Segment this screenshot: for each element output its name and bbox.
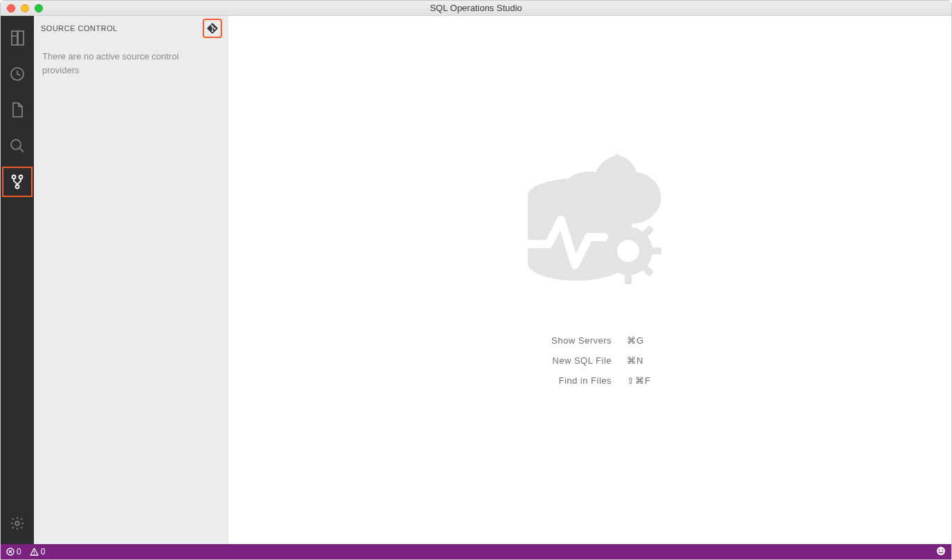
status-errors-count: 0: [17, 547, 21, 557]
svg-point-29: [942, 549, 943, 550]
svg-point-7: [12, 176, 16, 179]
cmd-shortcut: ⇧⌘F: [627, 375, 651, 386]
svg-rect-17: [652, 248, 661, 254]
editor-area: Show Servers ⌘G New SQL File ⌘N Find in …: [228, 16, 951, 544]
status-feedback[interactable]: [936, 546, 946, 558]
cmd-label: Find in Files: [529, 375, 612, 386]
app-splash-icon: [500, 127, 680, 306]
welcome-cmd-show-servers: Show Servers ⌘G: [529, 335, 651, 346]
close-window-button[interactable]: [7, 4, 15, 12]
warning-icon: [30, 548, 39, 556]
minimize-window-button[interactable]: [21, 4, 29, 12]
cmd-shortcut: ⌘N: [627, 355, 643, 366]
status-warnings-count: 0: [41, 547, 46, 557]
svg-rect-14: [625, 218, 632, 227]
cmd-label: New SQL File: [529, 355, 612, 366]
welcome-splash: Show Servers ⌘G New SQL File ⌘N Find in …: [500, 127, 680, 386]
activity-task-history[interactable]: [1, 57, 34, 91]
git-icon: [207, 23, 218, 34]
sidebar-empty-message: There are no active source control provi…: [34, 40, 228, 77]
cmd-label: Show Servers: [529, 335, 612, 346]
svg-point-9: [16, 185, 19, 189]
status-bar: 0 0: [1, 544, 951, 559]
svg-point-26: [33, 554, 34, 554]
sidebar: SOURCE CONTROL There are no active sourc…: [34, 16, 228, 544]
activity-source-control[interactable]: [1, 165, 34, 198]
svg-rect-16: [595, 248, 605, 254]
svg-point-13: [617, 240, 639, 262]
window-controls: [7, 4, 43, 12]
svg-point-10: [15, 521, 19, 525]
status-warnings[interactable]: 0: [30, 547, 46, 557]
svg-rect-1: [12, 31, 17, 45]
gear-icon: [10, 516, 25, 531]
svg-point-28: [939, 549, 940, 550]
titlebar: SQL Operations Studio: [1, 1, 951, 16]
welcome-commands: Show Servers ⌘G New SQL File ⌘N Find in …: [529, 335, 651, 386]
sidebar-header: SOURCE CONTROL: [34, 16, 228, 40]
welcome-cmd-new-sql: New SQL File ⌘N: [529, 355, 651, 366]
activity-servers[interactable]: [1, 21, 34, 55]
svg-point-5: [11, 140, 21, 149]
welcome-cmd-find-files: Find in Files ⇧⌘F: [529, 375, 651, 386]
activity-settings[interactable]: [1, 507, 34, 540]
activity-bar: [1, 16, 34, 544]
history-icon: [9, 66, 26, 82]
initialize-repository-button[interactable]: [204, 20, 221, 37]
maximize-window-button[interactable]: [35, 4, 43, 12]
cmd-shortcut: ⌘G: [627, 335, 644, 346]
source-control-icon: [9, 174, 26, 190]
search-icon: [9, 138, 26, 154]
svg-rect-2: [18, 31, 24, 45]
smiley-icon: [936, 546, 946, 556]
svg-rect-15: [625, 274, 632, 284]
svg-line-6: [19, 148, 24, 152]
svg-point-27: [937, 547, 945, 555]
activity-explorer[interactable]: [1, 93, 34, 127]
error-icon: [6, 548, 15, 556]
file-icon: [9, 102, 26, 118]
status-errors[interactable]: 0: [6, 547, 21, 557]
svg-point-8: [19, 176, 23, 179]
servers-icon: [9, 30, 26, 46]
window-title: SQL Operations Studio: [430, 3, 522, 13]
activity-search[interactable]: [1, 129, 34, 162]
sidebar-title: SOURCE CONTROL: [41, 24, 118, 32]
